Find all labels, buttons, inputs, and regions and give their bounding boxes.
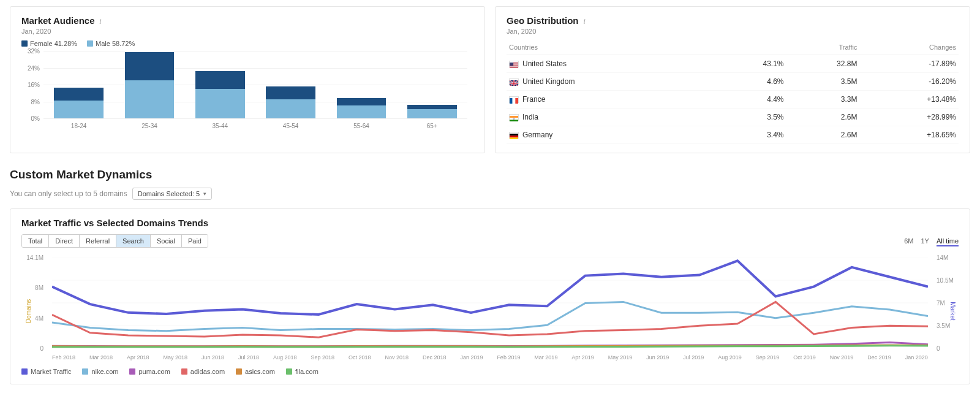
geo-share: 4.6% xyxy=(712,73,786,91)
line-xlabel: Jul 2018 xyxy=(238,354,259,360)
legend-label: nike.com xyxy=(91,368,118,375)
geo-row[interactable]: United Kingdom4.6%3.5M-16.20% xyxy=(507,73,959,91)
line-xlabel: Oct 2019 xyxy=(793,354,816,360)
geo-country: India xyxy=(522,113,538,121)
legend-swatch xyxy=(236,368,242,375)
geo-th-country: Countries xyxy=(507,40,712,55)
legend-label-male: Male 58.72% xyxy=(96,40,135,47)
flag-icon xyxy=(509,61,519,67)
legend-item[interactable]: adidas.com xyxy=(181,368,225,375)
trends-tabs: TotalDirectReferralSearchSocialPaid xyxy=(21,234,208,248)
bar-xlabel: 65+ xyxy=(427,123,437,129)
geo-change: -17.89% xyxy=(859,55,959,73)
legend-label: puma.com xyxy=(138,368,170,375)
trends-tab[interactable]: Social xyxy=(151,235,182,247)
geo-traffic: 2.6M xyxy=(786,109,859,126)
bar-group[interactable]: 25-34 xyxy=(114,51,184,118)
geo-change: +28.99% xyxy=(859,109,959,126)
line-xlabel: Jun 2019 xyxy=(646,354,669,360)
audience-legend: Female 41.28% Male 58.72% xyxy=(21,40,473,47)
trends-tab[interactable]: Referral xyxy=(80,235,116,247)
legend-item[interactable]: puma.com xyxy=(129,368,170,375)
svg-rect-21 xyxy=(510,137,518,139)
geo-row[interactable]: Germany3.4%2.6M+18.65% xyxy=(507,126,959,144)
geo-traffic: 32.8M xyxy=(786,55,859,73)
geo-distribution-card: Geo Distribution i Jan, 2020 Countries T… xyxy=(495,6,970,153)
svg-rect-4 xyxy=(510,66,518,67)
chevron-down-icon: ▾ xyxy=(203,191,206,197)
legend-swatch xyxy=(286,368,292,375)
line-ytick-right: 10.5M xyxy=(937,277,959,284)
legend-label: Market Traffic xyxy=(31,368,71,375)
line-xlabel: Jun 2018 xyxy=(202,354,224,360)
bar-xlabel: 25-34 xyxy=(141,123,157,129)
bar-group[interactable]: 65+ xyxy=(397,51,467,118)
trends-legend: Market Trafficnike.compuma.comadidas.com… xyxy=(21,368,959,375)
line-xlabel: Dec 2019 xyxy=(867,354,891,360)
bar-group[interactable]: 55-64 xyxy=(326,51,396,118)
geo-country: France xyxy=(522,95,545,104)
line-ytick-right: 3.5M xyxy=(937,322,959,329)
geo-country: United Kingdom xyxy=(522,77,575,86)
dynamics-note: You can only select up to 5 domains xyxy=(10,189,127,198)
line-xlabel: Apr 2019 xyxy=(571,354,594,360)
bar-ytick: 8% xyxy=(21,98,40,105)
dynamics-note-row: You can only select up to 5 domains Doma… xyxy=(10,188,970,200)
geo-change: +18.65% xyxy=(859,126,959,144)
trends-range[interactable]: 6M xyxy=(904,237,913,245)
line-ytick-left: 14.1M xyxy=(21,254,43,261)
legend-swatch xyxy=(21,368,28,375)
bar-group[interactable]: 18-24 xyxy=(43,51,114,118)
svg-rect-20 xyxy=(510,135,518,137)
market-audience-title: Market Audience xyxy=(21,15,94,26)
line-xlabel: Dec 2018 xyxy=(423,354,447,360)
line-xlabel: Feb 2019 xyxy=(497,354,520,360)
line-xlabel: Apr 2018 xyxy=(127,354,149,360)
market-audience-subtitle: Jan, 2020 xyxy=(21,28,473,35)
geo-row[interactable]: France4.4%3.3M+13.48% xyxy=(507,91,959,109)
line-xlabel: Jan 2020 xyxy=(905,354,928,360)
line-xlabel: Oct 2018 xyxy=(349,354,371,360)
legend-item[interactable]: asics.com xyxy=(236,368,275,375)
trends-tab[interactable]: Total xyxy=(22,235,49,247)
bar-xlabel: 55-64 xyxy=(353,123,369,129)
flag-icon xyxy=(509,132,519,139)
trends-tab[interactable]: Paid xyxy=(182,235,208,247)
geo-share: 3.5% xyxy=(712,109,786,126)
line-xlabel: Feb 2018 xyxy=(52,354,75,360)
domains-selected-label: Domains Selected: 5 xyxy=(138,190,200,197)
geo-country: United States xyxy=(522,59,567,68)
geo-row[interactable]: United States43.1%32.8M-17.89% xyxy=(507,55,959,73)
line-ytick-left: 0 xyxy=(21,345,43,352)
line-xlabel: Nov 2018 xyxy=(385,354,409,360)
info-icon[interactable]: i xyxy=(583,17,586,26)
legend-item[interactable]: fila.com xyxy=(286,368,318,375)
legend-swatch-male xyxy=(87,40,93,47)
line-ytick-left: 4M xyxy=(21,315,43,321)
legend-item[interactable]: Market Traffic xyxy=(21,368,71,375)
legend-item[interactable]: nike.com xyxy=(82,368,118,375)
bar-group[interactable]: 45-54 xyxy=(255,51,326,118)
trends-tab[interactable]: Search xyxy=(116,235,151,247)
line-xlabel: Aug 2018 xyxy=(273,354,297,360)
geo-change: -16.20% xyxy=(859,73,959,91)
legend-label: fila.com xyxy=(295,368,318,375)
bar-group[interactable]: 35-44 xyxy=(185,51,255,118)
legend-label: adidas.com xyxy=(190,368,225,375)
geo-traffic: 3.3M xyxy=(786,91,859,109)
trends-range[interactable]: All time xyxy=(937,237,959,246)
info-icon[interactable]: i xyxy=(99,17,102,26)
trends-tab[interactable]: Direct xyxy=(49,235,80,247)
geo-share: 3.4% xyxy=(712,126,786,144)
line-xlabel: Sep 2018 xyxy=(311,354,334,360)
geo-change: +13.48% xyxy=(859,91,959,109)
domains-selected-dropdown[interactable]: Domains Selected: 5 ▾ xyxy=(132,188,213,200)
flag-icon xyxy=(509,96,519,103)
svg-rect-11 xyxy=(510,83,518,83)
svg-rect-19 xyxy=(510,134,518,135)
geo-th-changes: Changes xyxy=(859,40,959,55)
line-xlabel: Mar 2019 xyxy=(534,354,557,360)
svg-rect-17 xyxy=(510,120,518,121)
geo-row[interactable]: India3.5%2.6M+28.99% xyxy=(507,109,959,126)
trends-range[interactable]: 1Y xyxy=(921,237,929,245)
